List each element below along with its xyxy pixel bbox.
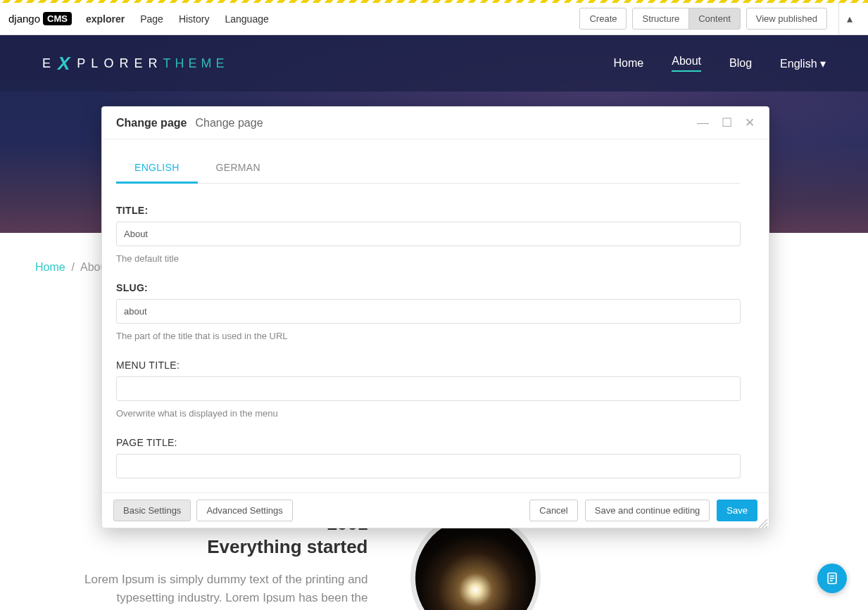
timeline-body: Lorem Ipsum is simply dummy text of the … <box>35 571 368 606</box>
cms-logo-text: django <box>8 13 40 25</box>
cms-menu-language[interactable]: Language <box>225 13 268 25</box>
cms-menu: explorer Page History Language <box>86 13 284 25</box>
modal-title-bold: Change page <box>116 117 187 129</box>
basic-settings-button[interactable]: Basic Settings <box>113 500 191 521</box>
title-label: TITLE: <box>116 205 741 216</box>
title-help: The default title <box>116 253 741 264</box>
logo-mid: PLORER <box>77 56 163 71</box>
modal-body: ENGLISH GERMAN TITLE: The default title … <box>102 139 769 493</box>
modal-title-plain: Change page <box>195 117 263 129</box>
create-button[interactable]: Create <box>579 8 627 30</box>
cancel-button[interactable]: Cancel <box>529 500 577 521</box>
tab-english[interactable]: ENGLISH <box>116 153 198 184</box>
view-mode-group: Structure Content <box>632 8 740 30</box>
view-published-button[interactable]: View published <box>746 8 827 30</box>
field-page-title: PAGE TITLE: <box>116 437 741 478</box>
language-tabs: ENGLISH GERMAN <box>116 153 741 184</box>
nav-language-dropdown[interactable]: English ▾ <box>780 57 826 70</box>
slug-help: The part of the title that is used in th… <box>116 331 741 341</box>
maximize-icon[interactable]: ☐ <box>722 117 732 129</box>
cms-logo-badge: CMS <box>43 12 72 25</box>
close-icon[interactable]: ✕ <box>745 117 755 129</box>
menu-title-help: Overwrite what is displayed in the menu <box>116 408 741 419</box>
breadcrumb-home[interactable]: Home <box>35 261 65 273</box>
cms-toolbar: django CMS explorer Page History Languag… <box>0 3 868 35</box>
minimize-icon[interactable]: — <box>697 117 709 129</box>
site-logo: E X PLORER THEME <box>42 53 228 75</box>
change-page-modal: Change page Change page — ☐ ✕ ENGLISH GE… <box>101 106 769 528</box>
nav-about[interactable]: About <box>672 55 701 72</box>
tab-german[interactable]: GERMAN <box>198 153 279 183</box>
field-menu-title: MENU TITLE: Overwrite what is displayed … <box>116 360 741 419</box>
document-icon <box>825 571 839 585</box>
modal-window-controls: — ☐ ✕ <box>697 117 755 129</box>
cms-menu-page[interactable]: Page <box>140 13 163 25</box>
title-input[interactable] <box>116 222 741 246</box>
slug-input[interactable] <box>116 299 741 324</box>
menu-title-label: MENU TITLE: <box>116 360 741 371</box>
nav-home[interactable]: Home <box>614 57 644 70</box>
caret-down-icon: ▾ <box>820 58 826 70</box>
modal-scroll-area[interactable]: ENGLISH GERMAN TITLE: The default title … <box>102 139 769 493</box>
cms-menu-history[interactable]: History <box>179 13 210 25</box>
save-button[interactable]: Save <box>717 500 757 521</box>
resize-handle-icon[interactable] <box>759 518 767 526</box>
timeline-title: Everything started <box>35 536 368 558</box>
caret-up-icon: ▴ <box>847 12 853 25</box>
slug-label: SLUG: <box>116 282 741 293</box>
advanced-settings-button[interactable]: Advanced Settings <box>196 500 292 521</box>
menu-title-input[interactable] <box>116 376 741 401</box>
logo-theme: THEME <box>163 56 228 71</box>
cms-logo: django CMS <box>8 12 72 25</box>
page-title-input[interactable] <box>116 454 741 478</box>
cms-menu-site[interactable]: explorer <box>86 13 125 25</box>
breadcrumb-sep: / <box>72 261 75 273</box>
page-title-label: PAGE TITLE: <box>116 437 741 448</box>
nav-language-label: English <box>780 58 820 70</box>
content-button[interactable]: Content <box>688 8 741 30</box>
logo-pre: E <box>42 56 56 71</box>
logo-x-icon: X <box>58 53 75 75</box>
modal-header: Change page Change page — ☐ ✕ <box>102 107 769 139</box>
modal-footer: Basic Settings Advanced Settings Cancel … <box>102 493 769 528</box>
toolbar-collapse-toggle[interactable]: ▴ <box>838 3 860 35</box>
nav-blog[interactable]: Blog <box>729 57 752 70</box>
site-nav: E X PLORER THEME Home About Blog English… <box>0 35 868 91</box>
help-fab[interactable] <box>817 564 847 593</box>
field-title: TITLE: The default title <box>116 205 741 264</box>
site-nav-links: Home About Blog English ▾ <box>614 55 826 72</box>
structure-button[interactable]: Structure <box>632 8 689 30</box>
save-continue-button[interactable]: Save and continue editing <box>585 500 710 521</box>
field-slug: SLUG: The part of the title that is used… <box>116 282 741 341</box>
cms-toolbar-right: Create Structure Content View published … <box>579 3 860 35</box>
